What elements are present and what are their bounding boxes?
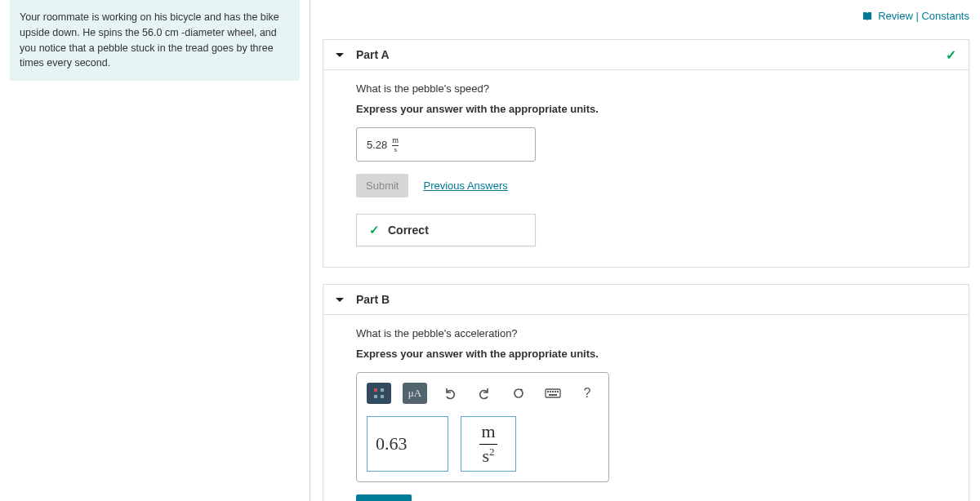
submit-button-a: Submit [356, 174, 408, 197]
editor-toolbar: μA ? [367, 383, 599, 404]
keyboard-icon[interactable] [541, 383, 564, 404]
svg-rect-8 [552, 391, 554, 392]
help-icon[interactable]: ? [576, 383, 599, 404]
constants-link[interactable]: Constants [921, 10, 969, 22]
svg-rect-2 [374, 395, 377, 398]
part-a-title: Part A [356, 48, 390, 61]
part-a-value: 5.28 [367, 139, 387, 151]
part-a: Part A ✓ What is the pebble's speed? Exp… [323, 39, 969, 268]
fraction-tool-icon[interactable] [367, 383, 391, 404]
unit-bot: s2 [482, 445, 494, 467]
unit-top: m [479, 421, 497, 445]
part-a-feedback-text: Correct [388, 224, 429, 237]
svg-rect-5 [546, 389, 560, 397]
part-b-question: What is the pebble's acceleration? [356, 327, 956, 339]
value-input[interactable]: 0.63 [367, 416, 448, 472]
mu-tool-icon[interactable]: μA [403, 383, 427, 404]
caret-down-icon [336, 298, 344, 302]
top-links: Review | Constants [323, 10, 969, 23]
check-icon: ✓ [946, 47, 956, 63]
part-a-header[interactable]: Part A ✓ [323, 40, 969, 70]
part-b-header[interactable]: Part B [323, 285, 969, 315]
svg-rect-3 [381, 395, 384, 398]
svg-rect-7 [550, 391, 551, 392]
caret-down-icon [336, 53, 344, 57]
check-icon: ✓ [369, 223, 380, 237]
link-separator: | [915, 10, 918, 22]
previous-answers-link-a[interactable]: Previous Answers [423, 180, 507, 192]
part-a-unit-bot: s [394, 146, 397, 153]
problem-statement: Your roommate is working on his bicycle … [10, 0, 300, 81]
answer-editor: μA ? 0.63 [356, 372, 609, 482]
part-b-instructions: Express your answer with the appropriate… [356, 348, 956, 360]
part-b-title: Part B [356, 293, 390, 306]
part-a-unit-top: m [392, 136, 399, 146]
svg-rect-9 [555, 391, 556, 392]
part-a-answer: 5.28 m s [356, 127, 536, 162]
reset-icon[interactable] [507, 383, 530, 404]
book-icon [862, 11, 872, 23]
svg-rect-1 [381, 388, 384, 392]
svg-rect-11 [549, 394, 557, 396]
part-a-question: What is the pebble's speed? [356, 82, 956, 95]
svg-rect-10 [557, 391, 559, 392]
redo-icon[interactable] [473, 383, 496, 404]
review-link[interactable]: Review [878, 10, 913, 22]
svg-rect-6 [547, 391, 549, 392]
part-b: Part B What is the pebble's acceleration… [323, 284, 969, 501]
part-a-feedback: ✓ Correct [356, 214, 536, 246]
svg-rect-0 [374, 388, 377, 392]
part-a-instructions: Express your answer with the appropriate… [356, 103, 956, 115]
submit-button-b[interactable]: Submit [356, 494, 412, 501]
undo-icon[interactable] [439, 383, 461, 404]
unit-input[interactable]: m s2 [461, 416, 516, 472]
